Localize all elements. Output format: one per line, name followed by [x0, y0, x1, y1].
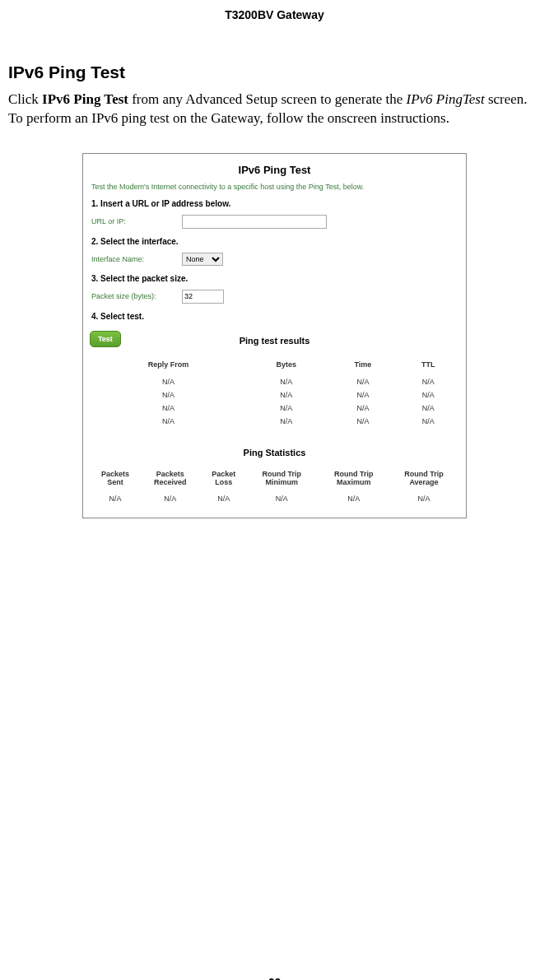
table-row: N/A N/A N/A N/A	[91, 375, 458, 388]
col-reply-from: Reply From	[91, 357, 245, 375]
col-rt-avg: Round Trip Average	[390, 469, 458, 492]
col-packets-received: Packets Received	[139, 469, 202, 492]
step-4-label: 4. Select test.	[91, 312, 458, 321]
stats-header-row: Packets Sent Packets Received Packet Los…	[91, 469, 458, 492]
table-row: N/A N/A N/A N/A	[91, 415, 458, 428]
cell: N/A	[245, 402, 328, 415]
cell: N/A	[202, 492, 246, 505]
col-packets-sent: Packets Sent	[91, 469, 139, 492]
results-header-row: Reply From Bytes Time TTL	[91, 357, 458, 375]
cell: N/A	[91, 388, 245, 402]
stats-table: Packets Sent Packets Received Packet Los…	[91, 469, 458, 505]
step-3-label: 3. Select the packet size.	[91, 274, 458, 283]
col-packet-loss: Packet Loss	[202, 469, 246, 492]
section-heading: IPv6 Ping Test	[8, 63, 541, 82]
url-row: URL or IP:	[91, 215, 458, 229]
panel-title: IPv6 Ping Test	[91, 164, 458, 176]
col-rt-min: Round Trip Minimum	[246, 469, 318, 492]
cell: N/A	[245, 415, 328, 428]
table-row: N/A N/A N/A N/A	[91, 388, 458, 402]
col-time: Time	[328, 357, 399, 375]
page-number: 60	[0, 976, 549, 980]
table-row: N/A N/A N/A N/A N/A N/A	[91, 492, 458, 505]
cell: N/A	[398, 402, 458, 415]
cell: N/A	[245, 388, 328, 402]
step-2-label: 2. Select the interface.	[91, 237, 458, 246]
body-mid: from any Advanced Setup screen to genera…	[128, 91, 407, 107]
stats-title: Ping Statistics	[91, 448, 458, 457]
body-bold: IPv6 Ping Test	[42, 91, 128, 107]
interface-row: Interface Name: None	[91, 253, 458, 266]
body-pre: Click	[8, 91, 42, 107]
cell: N/A	[91, 375, 245, 388]
cell: N/A	[317, 492, 390, 505]
cell: N/A	[245, 375, 328, 388]
cell: N/A	[328, 388, 399, 402]
embedded-screenshot: IPv6 Ping Test Test the Modem's Internet…	[82, 153, 467, 518]
cell: N/A	[246, 492, 318, 505]
body-paragraph: Click IPv6 Ping Test from any Advanced S…	[8, 91, 541, 128]
url-input[interactable]	[182, 215, 327, 229]
test-button[interactable]: Test	[90, 331, 121, 347]
table-row: N/A N/A N/A N/A	[91, 402, 458, 415]
interface-label: Interface Name:	[91, 255, 182, 263]
packet-input[interactable]	[182, 290, 224, 304]
results-title: Ping test results	[91, 336, 458, 346]
url-label: URL or IP:	[91, 217, 182, 225]
packet-label: Packet size (bytes):	[91, 292, 182, 300]
cell: N/A	[139, 492, 202, 505]
cell: N/A	[328, 375, 399, 388]
interface-select[interactable]: None	[182, 253, 223, 266]
col-rt-max: Round Trip Maximum	[317, 469, 390, 492]
step-1-label: 1. Insert a URL or IP address below.	[91, 199, 458, 208]
cell: N/A	[91, 492, 139, 505]
cell: N/A	[328, 415, 399, 428]
cell: N/A	[398, 375, 458, 388]
cell: N/A	[398, 388, 458, 402]
results-table: Reply From Bytes Time TTL N/A N/A N/A N/…	[91, 357, 458, 428]
cell: N/A	[91, 415, 245, 428]
body-italic: IPv6 PingTest	[406, 91, 484, 107]
cell: N/A	[390, 492, 458, 505]
cell: N/A	[91, 402, 245, 415]
packet-row: Packet size (bytes):	[91, 290, 458, 304]
col-bytes: Bytes	[245, 357, 328, 375]
panel-intro: Test the Modem's Internet connectivity t…	[91, 183, 458, 191]
col-ttl: TTL	[398, 357, 458, 375]
cell: N/A	[398, 415, 458, 428]
cell: N/A	[328, 402, 399, 415]
document-header: T3200BV Gateway	[8, 8, 541, 21]
